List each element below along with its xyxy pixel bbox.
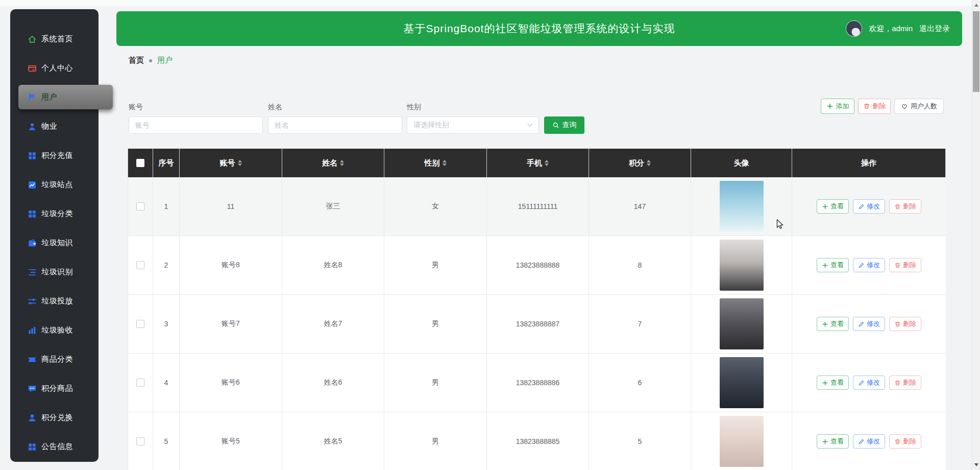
- sidebar-item-knowledge[interactable]: 垃圾知识: [10, 228, 99, 257]
- sort-asc-icon: [647, 160, 651, 162]
- column-header-label: 账号: [220, 158, 235, 168]
- sidebar-item-profile[interactable]: 个人中心: [10, 54, 99, 83]
- cell-gender-value: 男: [432, 261, 439, 270]
- sort-icon[interactable]: [647, 160, 651, 166]
- delete-row-button[interactable]: 删除: [889, 199, 921, 214]
- sidebar-item-property[interactable]: 物业: [10, 112, 99, 141]
- delete-button[interactable]: 删除: [858, 99, 891, 114]
- trash-icon: [894, 321, 901, 327]
- scrollbar-thumb[interactable]: [973, 11, 979, 92]
- cell-gender: 男: [384, 295, 487, 353]
- sort-icon[interactable]: [340, 160, 344, 166]
- edit-icon: [858, 380, 865, 386]
- cell-account-value: 账号6: [222, 378, 240, 387]
- account-input[interactable]: [129, 116, 263, 134]
- cell-seq-value: 3: [164, 320, 168, 328]
- user-icon: [28, 413, 37, 422]
- view-row-button[interactable]: 查看: [817, 434, 849, 449]
- chevron-down-icon: [526, 122, 533, 129]
- sidebar-item-acceptance[interactable]: 垃圾验收: [10, 316, 99, 345]
- cell-points: 147: [589, 177, 691, 236]
- delete-row-button[interactable]: 删除: [889, 317, 921, 331]
- sidebar-item-points-goods[interactable]: 积分商品: [10, 374, 99, 403]
- sidebar-item-recognition[interactable]: 垃圾识别: [10, 257, 99, 287]
- row-actions: 查看修改删除: [817, 375, 921, 390]
- scroll-up-icon[interactable]: [972, 1, 980, 9]
- vertical-scrollbar[interactable]: [972, 0, 980, 470]
- gender-select-placeholder: 请选择性别: [413, 121, 449, 130]
- page-title: 基于SpringBoot的社区智能垃圾管理系统的设计与实现: [116, 11, 962, 46]
- sort-desc-icon: [647, 163, 651, 166]
- edit-row-button[interactable]: 修改: [853, 434, 885, 449]
- delete-row-button[interactable]: 删除: [889, 258, 921, 272]
- view-row-button[interactable]: 查看: [817, 258, 849, 272]
- header-avatar[interactable]: [846, 20, 862, 37]
- column-header-label: 性别: [425, 158, 440, 168]
- table-row: 111张三女15111111111147查看修改删除: [128, 177, 946, 236]
- row-checkbox[interactable]: [136, 379, 144, 387]
- edit-row-button[interactable]: 修改: [853, 375, 885, 390]
- cell-points-value: 5: [638, 437, 642, 445]
- delete-row-button[interactable]: 删除: [889, 434, 921, 449]
- view-row-button[interactable]: 查看: [817, 375, 849, 390]
- breadcrumb-home[interactable]: 首页: [129, 56, 144, 65]
- cell-actions: 查看修改删除: [792, 354, 946, 412]
- cell-phone: 13823888886: [487, 354, 589, 412]
- sidebar-item-recharge[interactable]: 积分充值: [10, 141, 99, 170]
- cell-account-value: 账号7: [222, 319, 240, 328]
- sidebar-item-notice[interactable]: 公告信息: [10, 432, 99, 461]
- row-checkbox[interactable]: [136, 320, 144, 328]
- sort-icon[interactable]: [545, 160, 549, 166]
- cell-phone-value: 13823888888: [516, 261, 560, 269]
- plus-icon: [822, 262, 828, 269]
- logout-link[interactable]: 退出登录: [919, 24, 950, 34]
- row-checkbox-cell: [128, 236, 153, 294]
- delete-row-button[interactable]: 删除: [889, 375, 921, 390]
- sidebar-item-home[interactable]: 系统首页: [10, 25, 99, 54]
- cell-name: 姓名7: [282, 295, 384, 353]
- edit-row-button-label: 修改: [867, 202, 880, 211]
- row-checkbox-cell: [128, 412, 153, 470]
- ticket-icon: [28, 355, 37, 364]
- row-actions: 查看修改删除: [817, 434, 921, 449]
- view-row-button[interactable]: 查看: [817, 199, 849, 214]
- edit-row-button[interactable]: 修改: [853, 317, 885, 331]
- sidebar-item-points-exch[interactable]: 积分兑换: [10, 403, 99, 432]
- cell-points-value: 7: [638, 320, 642, 328]
- select-all-checkbox[interactable]: [136, 159, 144, 167]
- app-header: 基于SpringBoot的社区智能垃圾管理系统的设计与实现 欢迎，admin 退…: [116, 11, 962, 46]
- users-table: 序号账号姓名性别手机积分头像操作111张三女15111111111147查看修改…: [128, 149, 946, 470]
- sidebar-item-dropoff[interactable]: 垃圾投放: [10, 287, 99, 316]
- column-header-序号: 序号: [153, 149, 180, 177]
- view-row-button[interactable]: 查看: [817, 317, 849, 331]
- edit-row-button[interactable]: 修改: [853, 199, 885, 214]
- sidebar-item-label: 积分兑换: [41, 413, 73, 422]
- scroll-down-icon[interactable]: [972, 461, 980, 469]
- row-checkbox[interactable]: [136, 202, 144, 210]
- sidebar-item-label: 系统首页: [41, 34, 73, 44]
- name-input[interactable]: [268, 116, 402, 134]
- cell-account: 11: [180, 177, 282, 236]
- cell-gender: 男: [384, 236, 487, 294]
- plus-icon: [826, 103, 834, 110]
- row-checkbox[interactable]: [136, 261, 144, 269]
- sort-icon[interactable]: [238, 160, 242, 166]
- search-button[interactable]: 查询: [544, 116, 584, 134]
- table-header-row: 序号账号姓名性别手机积分头像操作: [128, 149, 946, 177]
- cell-name-value: 姓名7: [324, 319, 342, 328]
- sort-icon[interactable]: [443, 160, 447, 166]
- add-button[interactable]: 添加: [821, 99, 854, 114]
- sort-desc-icon: [443, 163, 447, 166]
- edit-row-button[interactable]: 修改: [853, 258, 885, 272]
- sidebar-item-users[interactable]: 用户: [10, 83, 99, 112]
- sidebar-item-station[interactable]: 垃圾站点: [10, 170, 99, 199]
- gender-select[interactable]: 请选择性别: [407, 116, 539, 134]
- user-count-button[interactable]: 用户人数: [894, 99, 944, 114]
- sidebar-item-category[interactable]: 垃圾分类: [10, 199, 99, 228]
- add-button-label: 添加: [836, 102, 849, 111]
- sidebar-item-label: 垃圾投放: [41, 296, 73, 306]
- edit-icon: [858, 438, 865, 445]
- row-checkbox[interactable]: [136, 437, 144, 445]
- column-header-账号: 账号: [180, 149, 282, 177]
- sidebar-item-goods-cat[interactable]: 商品分类: [10, 345, 99, 374]
